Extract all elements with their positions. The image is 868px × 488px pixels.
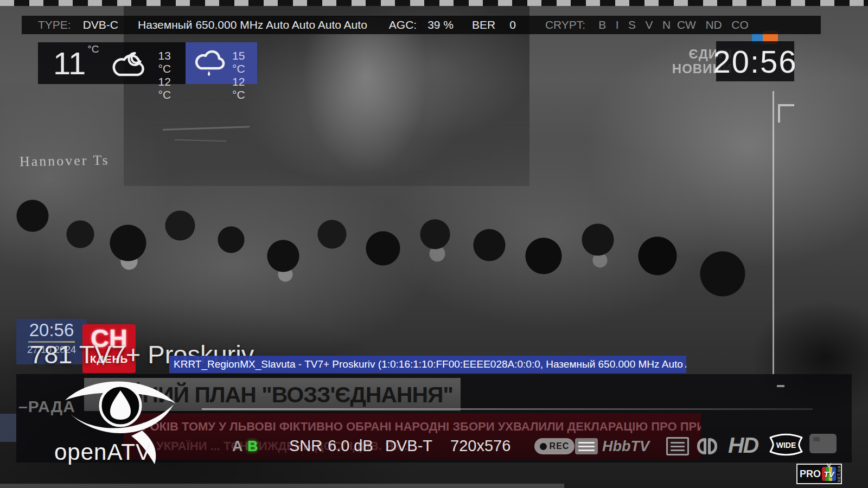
wide-label: WIDE xyxy=(776,441,796,450)
broadcast-system: DVB-T xyxy=(385,437,432,455)
video-edge-fragment xyxy=(0,414,16,442)
rec-dot-icon xyxy=(540,443,547,450)
today-low-temp: 12 °C xyxy=(158,75,186,101)
protv-net-text: NET.UA xyxy=(837,465,841,482)
crypt-flags: B I S V N CW ND CO xyxy=(598,18,749,31)
service-reference-bar: KRRT_RegionMX_Slavuta - TV7+ Proskuriv (… xyxy=(169,356,686,373)
ticker-line2: УКРАЇНИ ... ТСН.ТИЖДЕНЬ ДОСЛІДИВ. ЯК ... xyxy=(156,439,414,453)
agc-value: 39 % xyxy=(427,18,454,31)
tv-osd-screen: Hannover Ts TYPE: DVB-C Наземный 650.000… xyxy=(0,0,868,488)
signal-status-bar: TYPE: DVB-C Наземный 650.000 MHz Auto Au… xyxy=(22,16,821,34)
video-resolution: 720x576 xyxy=(450,437,510,455)
type-label: TYPE: xyxy=(38,18,71,31)
agc-label: AGC: xyxy=(389,18,417,31)
video-artifact-dash xyxy=(777,385,784,387)
crypt-label: CRYPT: xyxy=(545,18,585,31)
type-value: DVB-C xyxy=(83,18,118,31)
rec-badge: REC xyxy=(534,438,575,454)
temperature-unit: °C xyxy=(87,43,99,55)
tomorrow-low-temp: 12 °C xyxy=(232,75,257,101)
snr-label: SNR xyxy=(289,437,322,455)
hd-badge: HD xyxy=(728,433,758,458)
ci-card-icon xyxy=(809,434,837,453)
clock-box: 20:56 xyxy=(716,41,794,81)
current-temperature: 11 xyxy=(53,48,86,79)
dolby-digital-icon xyxy=(697,438,717,454)
ber-label: BER xyxy=(472,18,495,31)
ticker-line1: РОКІВ ТОМУ У ЛЬВОВІ ФІКТИВНО ОБРАНІ НАРО… xyxy=(142,420,701,434)
tomorrow-high-temp: 15 °C xyxy=(232,49,257,75)
weather-widget: 11 °C 13 °C 12 °C 15 °C xyxy=(38,42,257,84)
rec-label: REC xyxy=(550,441,570,451)
openatv-brand: openATV xyxy=(54,439,151,465)
headline-underline xyxy=(202,408,813,410)
wide-badge: WIDE xyxy=(768,433,804,460)
night-cloud-icon xyxy=(107,46,150,81)
snr-value: 6.0 dB xyxy=(328,437,373,455)
ber-value: 0 xyxy=(509,18,516,31)
audio-track-b: B xyxy=(247,438,258,455)
subtitle-list-icon xyxy=(575,438,598,454)
teletext-icon xyxy=(666,437,689,455)
audio-track-a: A xyxy=(232,438,243,455)
protv-tv-screen: TV xyxy=(822,467,836,481)
rain-cloud-icon xyxy=(192,47,227,80)
film-edge-strip xyxy=(0,484,564,488)
today-high-temp: 13 °C xyxy=(158,49,186,75)
mini-clock: 20:56 xyxy=(16,321,87,339)
hbbtv-label: HbbTV xyxy=(602,438,649,455)
protv-logo: PRO TV NET.UA xyxy=(796,464,842,484)
weather-current-panel: 11 °C 13 °C 12 °C xyxy=(38,42,186,84)
tuner-info: Наземный 650.000 MHz Auto Auto Auto Auto xyxy=(138,18,367,31)
protv-tv-text: TV xyxy=(824,470,834,479)
weather-forecast-panel: 15 °C 12 °C xyxy=(186,42,257,84)
clock-time: 20:56 xyxy=(713,43,797,80)
protv-pro-text: PRO xyxy=(800,468,821,480)
